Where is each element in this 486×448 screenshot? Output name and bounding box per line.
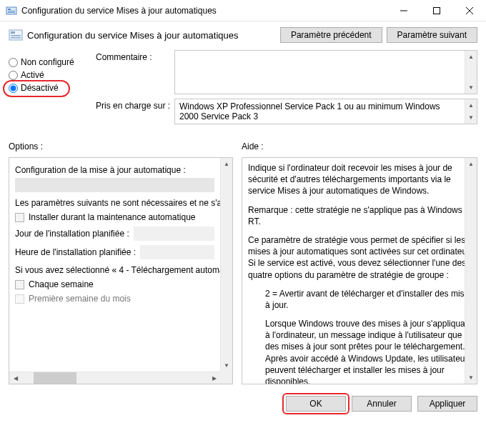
svg-rect-9 xyxy=(11,31,15,34)
titlebar: Configuration du service Mises à jour au… xyxy=(0,0,486,21)
weekly-checkbox[interactable]: Chaque semaine xyxy=(15,279,214,289)
next-setting-button[interactable]: Paramètre suivant xyxy=(387,27,477,43)
svg-rect-5 xyxy=(434,7,440,14)
scroll-down-icon[interactable]: ▼ xyxy=(465,372,477,384)
hour-select[interactable] xyxy=(140,245,214,259)
radio-input[interactable] xyxy=(9,58,18,67)
scrollbar-vertical[interactable]: ▲ ▼ xyxy=(220,158,232,372)
scroll-up-icon[interactable]: ▲ xyxy=(465,158,477,170)
options-panel: Configuration de la mise à jour automati… xyxy=(9,157,233,384)
scroll-down-icon[interactable]: ▼ xyxy=(465,111,477,124)
first-week-checkbox[interactable]: Première semaine du mois xyxy=(15,294,214,304)
ok-button[interactable]: OK xyxy=(286,396,346,412)
svg-rect-11 xyxy=(11,37,21,39)
scroll-up-icon[interactable]: ▲ xyxy=(465,99,477,111)
options-paragraph: Si vous avez sélectionné « 4 - Télécharg… xyxy=(15,265,214,275)
header: Configuration du service Mises à jour au… xyxy=(0,21,486,47)
checkbox-label: Installer durant la maintenance automati… xyxy=(29,212,195,222)
install-maintenance-checkbox[interactable]: Installer durant la maintenance automati… xyxy=(15,212,214,222)
help-text: Lorsque Windows trouve des mises à jour … xyxy=(248,318,474,384)
policy-icon xyxy=(6,5,17,16)
scrollbar-corner xyxy=(220,372,232,384)
checkbox-label: Première semaine du mois xyxy=(29,294,131,304)
radio-enabled[interactable]: Activé xyxy=(9,70,87,80)
page-title: Configuration du service Mises à jour au… xyxy=(27,30,276,41)
day-select[interactable] xyxy=(134,227,214,241)
hour-label: Heure de l'installation planifiée : xyxy=(15,247,136,257)
previous-setting-button[interactable]: Paramètre précédent xyxy=(280,27,382,43)
svg-rect-1 xyxy=(8,9,11,10)
dialog-footer: OK Annuler Appliquer xyxy=(0,389,486,419)
day-label: Jour de l'installation planifiée : xyxy=(15,229,129,239)
scrollbar-horizontal[interactable]: ◀ ▶ xyxy=(9,372,220,384)
policy-icon xyxy=(9,29,23,41)
help-panel: Indique si l'ordinateur doit recevoir le… xyxy=(242,157,477,384)
supported-on-text: Windows XP Professionnel Service Pack 1 … xyxy=(174,99,477,124)
scrollbar-thumb[interactable] xyxy=(34,372,76,384)
radio-label: Activé xyxy=(21,70,44,80)
radio-disabled[interactable]: Désactivé xyxy=(9,83,87,93)
help-text: 2 = Avertir avant de télécharger et d'in… xyxy=(248,288,474,311)
checkbox-label: Chaque semaine xyxy=(29,279,94,289)
scroll-left-icon[interactable]: ◀ xyxy=(9,372,21,384)
options-label: Options : xyxy=(9,141,233,151)
scroll-right-icon[interactable]: ▶ xyxy=(208,372,220,384)
checkbox-icon xyxy=(15,294,24,304)
radio-not-configured[interactable]: Non configuré xyxy=(9,57,87,67)
scrollbar-vertical[interactable]: ▲ ▼ xyxy=(465,158,477,384)
supported-label: Pris en charge sur : xyxy=(96,99,174,124)
svg-rect-2 xyxy=(8,11,15,11)
minimize-button[interactable] xyxy=(387,0,420,21)
svg-rect-10 xyxy=(11,35,21,36)
help-label: Aide : xyxy=(242,141,477,151)
supported-value: Windows XP Professionnel Service Pack 1 … xyxy=(179,101,472,121)
config-label: Configuration de la mise à jour automati… xyxy=(15,165,214,175)
scrollbar-vertical[interactable]: ▲ ▼ xyxy=(465,99,477,124)
radio-input[interactable] xyxy=(9,84,18,93)
scroll-up-icon[interactable]: ▲ xyxy=(465,51,477,63)
scroll-down-icon[interactable]: ▼ xyxy=(465,81,477,94)
scroll-up-icon[interactable]: ▲ xyxy=(221,158,232,170)
window-title: Configuration du service Mises à jour au… xyxy=(21,6,387,16)
state-radios: Non configuré Activé Désactivé xyxy=(9,50,87,129)
apply-button[interactable]: Appliquer xyxy=(417,396,477,412)
radio-input[interactable] xyxy=(9,71,18,80)
cancel-button[interactable]: Annuler xyxy=(352,396,412,412)
checkbox-icon xyxy=(15,213,24,222)
comment-label: Commentaire : xyxy=(96,50,174,94)
window-controls xyxy=(387,0,486,21)
scroll-down-icon[interactable]: ▼ xyxy=(221,359,232,372)
radio-label: Désactivé xyxy=(21,83,59,93)
help-text: Remarque : cette stratégie ne s'applique… xyxy=(248,204,474,227)
config-select[interactable] xyxy=(15,178,214,192)
maximize-button[interactable] xyxy=(420,0,453,21)
help-text: Indique si l'ordinateur doit recevoir le… xyxy=(248,162,474,197)
comment-textarea[interactable]: ▲ ▼ xyxy=(174,50,477,94)
options-note: Les paramètres suivants ne sont nécessai… xyxy=(15,198,214,208)
checkbox-icon xyxy=(15,280,24,289)
help-text: Ce paramètre de stratégie vous permet de… xyxy=(248,234,474,281)
svg-rect-3 xyxy=(8,12,15,13)
radio-label: Non configuré xyxy=(21,57,74,67)
scrollbar-vertical[interactable]: ▲ ▼ xyxy=(465,51,477,94)
close-button[interactable] xyxy=(453,0,486,21)
